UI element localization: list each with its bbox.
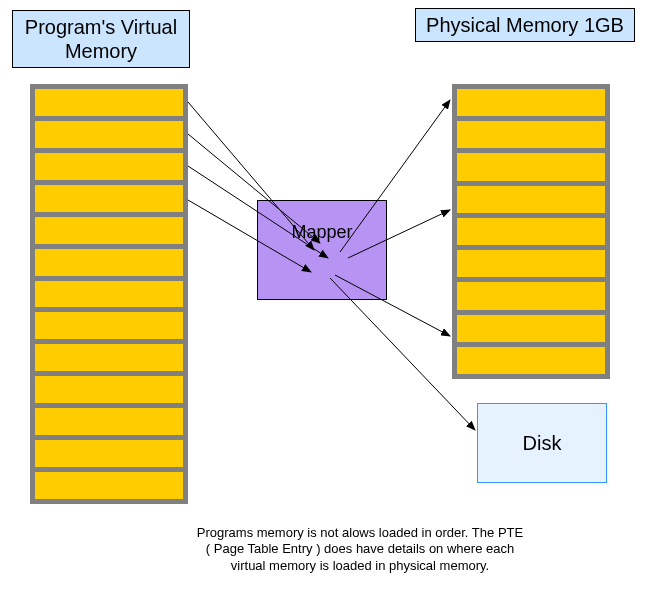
physical-memory-frame bbox=[457, 121, 605, 148]
virtual-memory-page bbox=[35, 376, 183, 403]
virtual-memory-page bbox=[35, 89, 183, 116]
caption-line-1: Programs memory is not alows loaded in o… bbox=[150, 525, 570, 541]
disk-box: Disk bbox=[477, 403, 607, 483]
virtual-memory-page bbox=[35, 281, 183, 308]
physical-memory-block bbox=[452, 84, 610, 379]
physical-memory-frame bbox=[457, 315, 605, 342]
caption-text: Programs memory is not alows loaded in o… bbox=[150, 525, 570, 574]
virtual-memory-page bbox=[35, 217, 183, 244]
virtual-memory-page bbox=[35, 312, 183, 339]
physical-memory-title: Physical Memory 1GB bbox=[415, 8, 635, 42]
virtual-memory-page bbox=[35, 249, 183, 276]
caption-line-2: ( Page Table Entry ) does have details o… bbox=[150, 541, 570, 557]
physical-memory-frame bbox=[457, 347, 605, 374]
virtual-memory-page bbox=[35, 344, 183, 371]
virtual-memory-page bbox=[35, 472, 183, 499]
virtual-memory-title: Program's Virtual Memory bbox=[12, 10, 190, 68]
physical-memory-frame bbox=[457, 89, 605, 116]
physical-memory-frame bbox=[457, 250, 605, 277]
virtual-memory-page bbox=[35, 440, 183, 467]
caption-line-3: virtual memory is loaded in physical mem… bbox=[150, 558, 570, 574]
virtual-memory-title-text: Program's Virtual Memory bbox=[25, 16, 177, 62]
virtual-memory-page bbox=[35, 185, 183, 212]
virtual-memory-page bbox=[35, 153, 183, 180]
virtual-memory-page bbox=[35, 408, 183, 435]
physical-memory-frame bbox=[457, 186, 605, 213]
mapper-label: Mapper bbox=[291, 222, 352, 243]
physical-memory-frame bbox=[457, 218, 605, 245]
diagram-stage: Program's Virtual Memory Physical Memory… bbox=[0, 0, 655, 601]
physical-memory-title-text: Physical Memory 1GB bbox=[426, 14, 624, 36]
physical-memory-frame bbox=[457, 282, 605, 309]
virtual-memory-block bbox=[30, 84, 188, 504]
mapper-box: Mapper bbox=[257, 200, 387, 300]
physical-memory-frame bbox=[457, 153, 605, 180]
disk-label: Disk bbox=[523, 432, 562, 455]
virtual-memory-page bbox=[35, 121, 183, 148]
